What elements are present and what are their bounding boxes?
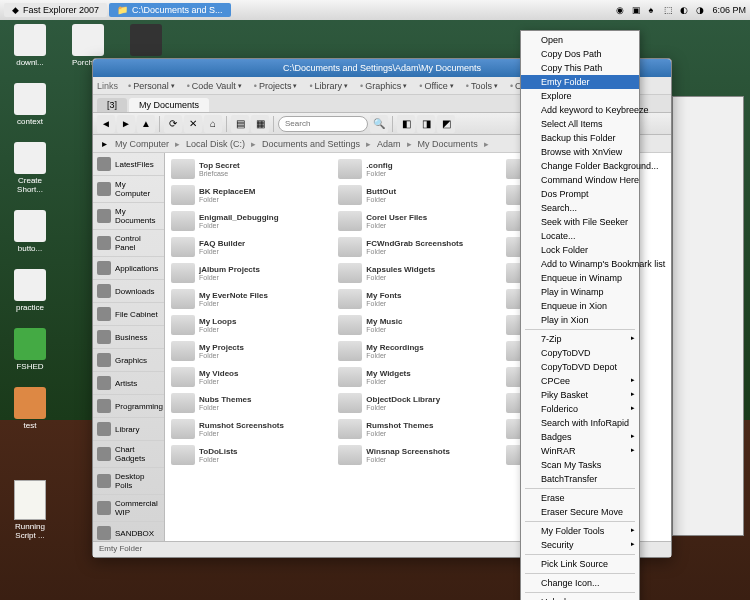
breadcrumb-item[interactable]: Adam xyxy=(373,139,405,149)
forward-button[interactable]: ► xyxy=(117,115,135,133)
toolbar-button[interactable]: ◧ xyxy=(397,115,415,133)
search-input[interactable] xyxy=(278,116,368,132)
desktop-icon[interactable]: practice xyxy=(4,269,56,312)
sidebar-item[interactable]: Downloads xyxy=(93,280,164,303)
links-item[interactable]: • Library ▾ xyxy=(303,81,354,91)
menu-item[interactable]: Pick Link Source xyxy=(521,557,639,571)
menu-item[interactable]: Dos Prompt xyxy=(521,187,639,201)
tab-active[interactable]: My Documents xyxy=(129,98,209,112)
sidebar-item[interactable]: Business xyxy=(93,326,164,349)
file-item[interactable]: My EverNote FilesFolder xyxy=(169,287,332,311)
file-item[interactable]: BK ReplaceEMFolder xyxy=(169,183,332,207)
menu-item[interactable]: 7-Zip▸ xyxy=(521,332,639,346)
sidebar-item[interactable]: Graphics xyxy=(93,349,164,372)
menu-item[interactable]: CPCee▸ xyxy=(521,374,639,388)
file-item[interactable]: Enigmail_DebuggingFolder xyxy=(169,209,332,233)
menu-item[interactable]: Explore xyxy=(521,89,639,103)
menu-item[interactable]: Locate... xyxy=(521,229,639,243)
menu-item[interactable]: Play in Winamp xyxy=(521,285,639,299)
up-button[interactable]: ▲ xyxy=(137,115,155,133)
menu-item[interactable]: Open xyxy=(521,33,639,47)
menu-item[interactable]: Search... xyxy=(521,201,639,215)
search-button[interactable]: 🔍 xyxy=(370,115,388,133)
back-button[interactable]: ◄ xyxy=(97,115,115,133)
file-item[interactable]: Nubs ThemesFolder xyxy=(169,391,332,415)
sidebar-item[interactable]: Artists xyxy=(93,372,164,395)
menu-item[interactable]: Change Icon... xyxy=(521,576,639,590)
sidebar-item[interactable]: SANDBOX xyxy=(93,522,164,541)
menu-item[interactable]: Search with InfoRapid xyxy=(521,416,639,430)
menu-item[interactable]: Add keyword to Keybreeze xyxy=(521,103,639,117)
sidebar-item[interactable]: Applications xyxy=(93,257,164,280)
menu-item[interactable]: Lock Folder xyxy=(521,243,639,257)
tray-icon[interactable]: ◑ xyxy=(696,5,706,15)
sidebar-item[interactable]: Control Panel xyxy=(93,230,164,257)
menu-item[interactable]: Seek with File Seeker xyxy=(521,215,639,229)
tray-icon[interactable]: ▣ xyxy=(632,5,642,15)
toolbar-button[interactable]: ⌂ xyxy=(204,115,222,133)
toolbar-button[interactable]: ◩ xyxy=(437,115,455,133)
menu-item[interactable]: CopyToDVD xyxy=(521,346,639,360)
toolbar-button[interactable]: ⟳ xyxy=(164,115,182,133)
desktop-icon[interactable]: Create Short... xyxy=(4,142,56,194)
breadcrumb-item[interactable]: My Documents xyxy=(414,139,482,149)
file-item[interactable]: My FontsFolder xyxy=(336,287,499,311)
sidebar-item[interactable]: Commercial WIP xyxy=(93,495,164,522)
tray-icon[interactable]: ◉ xyxy=(616,5,626,15)
file-item[interactable]: jAlbum ProjectsFolder xyxy=(169,261,332,285)
menu-item[interactable]: Browse with XnView xyxy=(521,145,639,159)
file-item[interactable]: FAQ BuilderFolder xyxy=(169,235,332,259)
tray-icon[interactable]: ◐ xyxy=(680,5,690,15)
sidebar-item[interactable]: LatestFiles xyxy=(93,153,164,176)
menu-item[interactable]: My Folder Tools▸ xyxy=(521,524,639,538)
file-item[interactable]: ButtOutFolder xyxy=(336,183,499,207)
file-item[interactable]: FCWndGrab ScreenshotsFolder xyxy=(336,235,499,259)
menu-item[interactable]: Folderico▸ xyxy=(521,402,639,416)
menu-item[interactable]: Change Folder Background... xyxy=(521,159,639,173)
file-item[interactable]: My WidgetsFolder xyxy=(336,365,499,389)
toolbar-button[interactable]: ▦ xyxy=(251,115,269,133)
breadcrumb-icon[interactable]: ▸ xyxy=(97,137,111,151)
file-item[interactable]: My VideosFolder xyxy=(169,365,332,389)
sidebar-item[interactable]: My Documents xyxy=(93,203,164,230)
sidebar-item[interactable]: My Computer xyxy=(93,176,164,203)
file-item[interactable]: Top SecretBriefcase xyxy=(169,157,332,181)
tray-icon[interactable]: ⬚ xyxy=(664,5,674,15)
file-item[interactable]: ToDoListsFolder xyxy=(169,443,332,467)
file-item[interactable]: Winsnap ScreenshotsFolder xyxy=(336,443,499,467)
menu-item[interactable]: Copy This Path xyxy=(521,61,639,75)
menu-item[interactable]: Eraser Secure Move xyxy=(521,505,639,519)
file-item[interactable]: My ProjectsFolder xyxy=(169,339,332,363)
menu-item[interactable]: Enqueue in Xion xyxy=(521,299,639,313)
menu-item[interactable]: Backup this Folder xyxy=(521,131,639,145)
taskbar-tab-explorer[interactable]: 📁 C:\Documents and S... xyxy=(109,3,231,17)
sidebar-item[interactable]: File Cabinet xyxy=(93,303,164,326)
links-item[interactable]: • Projects ▾ xyxy=(248,81,304,91)
background-window[interactable] xyxy=(672,96,744,536)
tab[interactable]: [3] xyxy=(97,98,127,112)
file-item[interactable]: My RecordingsFolder xyxy=(336,339,499,363)
file-item[interactable]: My LoopsFolder xyxy=(169,313,332,337)
desktop-icon[interactable]: butto... xyxy=(4,210,56,253)
menu-item[interactable]: Enqueue in Winamp xyxy=(521,271,639,285)
file-item[interactable]: Kapsules WidgetsFolder xyxy=(336,261,499,285)
running-script-note[interactable]: Running Script ... xyxy=(6,480,54,540)
file-item[interactable]: Rumshot ScreenshotsFolder xyxy=(169,417,332,441)
toolbar-button[interactable]: ◨ xyxy=(417,115,435,133)
menu-item[interactable]: Emty Folder xyxy=(521,75,639,89)
menu-item[interactable]: Unlocker xyxy=(521,595,639,600)
breadcrumb-item[interactable]: Local Disk (C:) xyxy=(182,139,249,149)
desktop-icon[interactable]: downl... xyxy=(4,24,56,67)
menu-item[interactable]: CopyToDVD Depot xyxy=(521,360,639,374)
menu-item[interactable]: Security▸ xyxy=(521,538,639,552)
menu-item[interactable]: Badges▸ xyxy=(521,430,639,444)
menu-item[interactable]: BatchTransfer xyxy=(521,472,639,486)
sidebar-item[interactable]: Library xyxy=(93,418,164,441)
links-item[interactable]: • Office ▾ xyxy=(413,81,460,91)
sidebar-item[interactable]: Programming xyxy=(93,395,164,418)
file-item[interactable]: ObjectDock LibraryFolder xyxy=(336,391,499,415)
file-item[interactable]: Rumshot ThemesFolder xyxy=(336,417,499,441)
menu-item[interactable]: Copy Dos Path xyxy=(521,47,639,61)
file-item[interactable]: My MusicFolder xyxy=(336,313,499,337)
links-item[interactable]: • Personal ▾ xyxy=(122,81,181,91)
